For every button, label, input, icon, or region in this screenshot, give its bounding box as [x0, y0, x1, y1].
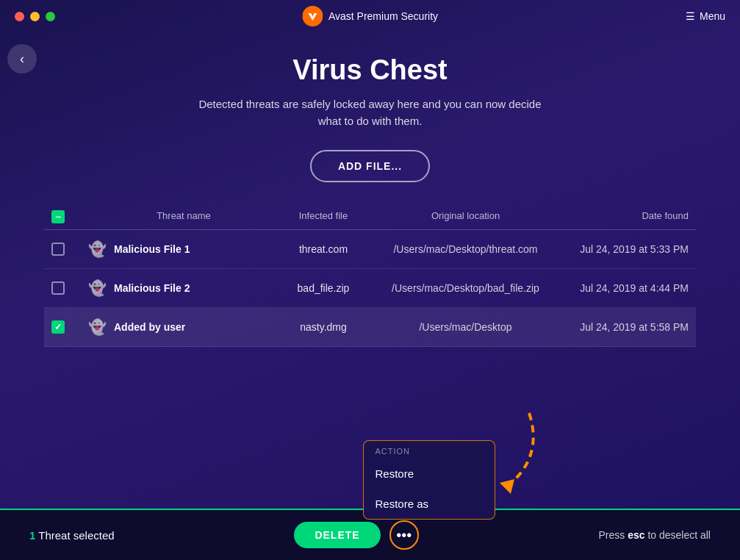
- back-button[interactable]: ‹: [7, 44, 37, 73]
- checkmark-icon: ✓: [54, 322, 62, 332]
- row1-infected-file: threat.com: [257, 243, 389, 255]
- chevron-left-icon: ‹: [20, 51, 24, 67]
- table-row: ✓ 👻 Added by user nasty.dmg /Users/mac/D…: [44, 308, 696, 347]
- row3-checkbox[interactable]: ✓: [51, 320, 65, 334]
- restore-as-action[interactable]: Restore as: [364, 489, 495, 519]
- threats-table: − Threat name Infected file Original loc…: [44, 204, 696, 347]
- row3-threat-name: Added by user: [114, 321, 185, 333]
- date-header: Date found: [542, 210, 689, 223]
- row2-date: Jul 24, 2019 at 4:44 PM: [542, 282, 689, 294]
- page-title: Virus Chest: [44, 54, 696, 86]
- row2-location: /Users/mac/Desktop/bad_file.zip: [389, 282, 542, 294]
- ghost-icon: 👻: [88, 279, 107, 297]
- close-dot[interactable]: [15, 12, 24, 21]
- row2-threat: 👻 Malicious File 2: [88, 279, 257, 297]
- row3-location: /Users/mac/Desktop: [389, 321, 542, 333]
- bottom-actions: DELETE •••: [294, 520, 418, 550]
- row3-date: Jul 24, 2019 at 5:58 PM: [542, 321, 689, 333]
- avast-logo-icon: [302, 6, 323, 26]
- row1-location: /Users/mac/Desktop/threat.com: [389, 243, 542, 255]
- table-header: − Threat name Infected file Original loc…: [44, 204, 696, 230]
- row2-infected-file: bad_file.zip: [257, 282, 389, 294]
- row1-threat-name: Malicious File 1: [114, 243, 190, 255]
- table-row: 👻 Malicious File 1 threat.com /Users/mac…: [44, 230, 696, 269]
- row3-infected-file: nasty.dmg: [257, 321, 389, 333]
- restore-action[interactable]: Restore: [364, 459, 495, 489]
- ellipsis-icon: •••: [396, 527, 412, 544]
- ghost-icon: 👻: [88, 240, 107, 258]
- row1-checkbox[interactable]: [51, 243, 65, 256]
- app-title: Avast Premium Security: [328, 10, 438, 22]
- ghost-icon: 👻: [88, 318, 107, 336]
- deselect-text: to deselect all: [647, 529, 711, 541]
- more-options-button[interactable]: •••: [389, 520, 419, 550]
- table-row: 👻 Malicious File 2 bad_file.zip /Users/m…: [44, 269, 696, 308]
- threat-label: Threat selected: [38, 529, 114, 542]
- row2-threat-name: Malicious File 2: [114, 282, 190, 294]
- add-file-button[interactable]: ADD FILE...: [310, 150, 430, 182]
- deselect-hint: Press esc to deselect all: [598, 529, 711, 541]
- select-all-checkbox[interactable]: −: [51, 210, 65, 223]
- selected-count: 1: [29, 529, 35, 542]
- threat-name-header: Threat name: [88, 210, 257, 223]
- location-header: Original location: [389, 210, 542, 223]
- esc-key: esc: [628, 529, 644, 541]
- page-subtitle: Detected threats are safely locked away …: [187, 96, 554, 129]
- window-controls: [15, 12, 55, 21]
- svg-point-0: [302, 6, 323, 26]
- svg-marker-1: [500, 479, 514, 494]
- main-content: Virus Chest Detected threats are safely …: [0, 32, 740, 362]
- hamburger-icon: ☰: [686, 10, 695, 22]
- row1-threat: 👻 Malicious File 1: [88, 240, 257, 258]
- minimize-dot[interactable]: [30, 12, 40, 21]
- delete-button[interactable]: DELETE: [294, 522, 380, 548]
- row1-date: Jul 24, 2019 at 5:33 PM: [542, 243, 689, 255]
- action-label: ACTION: [364, 441, 495, 459]
- action-dropdown: ACTION Restore Restore as: [363, 440, 495, 520]
- titlebar: Avast Premium Security ☰ Menu: [0, 0, 740, 32]
- infected-file-header: Infected file: [257, 210, 389, 223]
- threat-selected-label: 1 Threat selected: [29, 529, 115, 542]
- menu-button[interactable]: ☰ Menu: [686, 10, 725, 22]
- app-title-area: Avast Premium Security: [302, 6, 438, 26]
- row3-threat: 👻 Added by user: [88, 318, 257, 336]
- maximize-dot[interactable]: [46, 12, 55, 21]
- row2-checkbox[interactable]: [51, 281, 65, 295]
